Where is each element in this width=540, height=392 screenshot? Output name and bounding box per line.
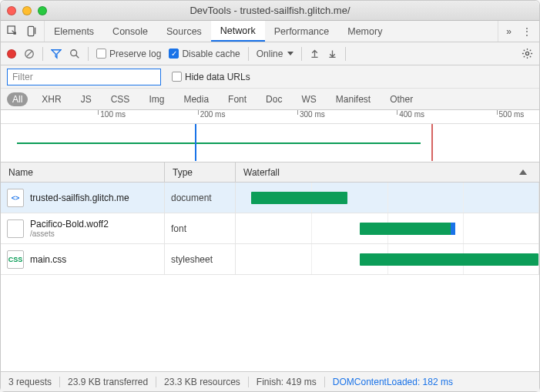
waterfall-cell xyxy=(236,183,539,213)
clear-icon[interactable] xyxy=(24,49,35,59)
request-type: stylesheet xyxy=(165,244,236,274)
window-title: DevTools - trusted-sailfish.glitch.me/ xyxy=(190,5,350,16)
separator xyxy=(345,47,346,61)
tab-network[interactable]: Network xyxy=(211,21,265,42)
table-header: Name Type Waterfall xyxy=(1,162,539,183)
document-icon: <> xyxy=(7,189,24,207)
separator xyxy=(301,47,302,61)
zoom-window-button[interactable] xyxy=(38,6,47,15)
preserve-log-checkbox[interactable]: Preserve log xyxy=(96,49,161,59)
record-button[interactable] xyxy=(7,49,16,59)
device-toggle-icon[interactable] xyxy=(26,25,38,37)
request-type: font xyxy=(165,213,236,243)
tabs-menu-button[interactable]: ⋮ xyxy=(522,26,532,37)
request-name: trusted-sailfish.glitch.me xyxy=(30,193,129,203)
status-dcl: DOMContentLoaded: 182 ms xyxy=(325,377,461,387)
devtools-tabbar: Elements Console Sources Network Perform… xyxy=(1,21,539,42)
waterfall-cell xyxy=(236,213,539,243)
filter-bar: Hide data URLs xyxy=(1,65,539,89)
chevron-down-icon xyxy=(287,52,293,55)
table-row[interactable]: Pacifico-Bold.woff2 /assets font xyxy=(1,213,539,244)
inspect-element-icon[interactable] xyxy=(7,25,18,37)
request-name: Pacifico-Bold.woff2 xyxy=(30,219,109,230)
svg-point-7 xyxy=(525,52,528,55)
status-bar: 3 requests 23.9 KB transferred 23.3 KB r… xyxy=(1,371,539,391)
separator xyxy=(88,47,89,61)
separator xyxy=(248,47,249,61)
tick: 300 ms xyxy=(300,110,325,119)
col-header-name[interactable]: Name xyxy=(1,162,165,182)
status-finish: Finish: 419 ms xyxy=(249,377,325,387)
tab-performance[interactable]: Performance xyxy=(265,21,339,42)
separator xyxy=(42,47,43,61)
waterfall-bar xyxy=(360,223,454,235)
type-manifest[interactable]: Manifest xyxy=(330,92,376,106)
type-media[interactable]: Media xyxy=(178,92,214,106)
type-css[interactable]: CSS xyxy=(106,92,136,106)
tick: 200 ms xyxy=(200,110,226,119)
waterfall-cap xyxy=(451,223,455,235)
status-transferred: 23.9 KB transferred xyxy=(60,377,156,387)
waterfall-cell xyxy=(236,244,539,274)
filter-input[interactable] xyxy=(7,69,161,85)
tab-sources[interactable]: Sources xyxy=(157,21,211,42)
waterfall-bar xyxy=(360,253,538,266)
type-doc[interactable]: Doc xyxy=(260,92,287,106)
request-path: /assets xyxy=(30,230,109,238)
svg-point-5 xyxy=(71,49,77,55)
sort-asc-icon xyxy=(519,169,527,175)
window-titlebar: DevTools - trusted-sailfish.glitch.me/ xyxy=(1,1,539,21)
search-icon[interactable] xyxy=(69,49,80,59)
tab-elements[interactable]: Elements xyxy=(45,21,103,42)
status-requests: 3 requests xyxy=(8,377,60,387)
upload-har-icon[interactable] xyxy=(310,49,320,59)
file-icon xyxy=(7,219,24,238)
download-har-icon[interactable] xyxy=(327,49,337,59)
type-all[interactable]: All xyxy=(7,92,28,106)
table-row[interactable]: CSS main.css stylesheet xyxy=(1,244,539,275)
type-ws[interactable]: WS xyxy=(296,92,321,106)
settings-gear-icon[interactable] xyxy=(522,48,533,59)
domcontentloaded-marker xyxy=(195,124,196,161)
tab-console[interactable]: Console xyxy=(103,21,157,42)
col-header-waterfall[interactable]: Waterfall xyxy=(236,162,539,182)
preserve-log-label: Preserve log xyxy=(109,49,161,59)
tick: 400 ms xyxy=(399,110,424,119)
type-other[interactable]: Other xyxy=(384,92,418,106)
minimize-window-button[interactable] xyxy=(22,6,32,15)
activity-bar xyxy=(17,142,421,144)
load-marker xyxy=(431,124,433,161)
network-toolbar: Preserve log ✓ Disable cache Online xyxy=(1,42,539,65)
overview-timeline[interactable]: 100 ms 200 ms 300 ms 400 ms 500 ms xyxy=(1,110,539,162)
tab-memory[interactable]: Memory xyxy=(338,21,391,42)
request-name: main.css xyxy=(30,254,66,265)
table-row[interactable]: <> trusted-sailfish.glitch.me document xyxy=(1,183,539,213)
type-js[interactable]: JS xyxy=(75,92,97,106)
waterfall-bar xyxy=(251,192,348,204)
tabs-overflow-button[interactable]: » xyxy=(506,26,511,37)
tick: 500 ms xyxy=(499,110,525,119)
disable-cache-checkbox[interactable]: ✓ Disable cache xyxy=(169,49,240,59)
request-table: <> trusted-sailfish.glitch.me document P… xyxy=(1,183,539,371)
close-window-button[interactable] xyxy=(7,6,16,15)
tick: 100 ms xyxy=(100,110,126,119)
request-type: document xyxy=(165,183,236,213)
svg-line-6 xyxy=(76,55,79,58)
hide-data-urls-label: Hide data URLs xyxy=(185,72,250,82)
throttling-value: Online xyxy=(257,49,283,59)
throttling-select[interactable]: Online xyxy=(257,49,294,59)
type-xhr[interactable]: XHR xyxy=(36,92,66,106)
disable-cache-label: Disable cache xyxy=(182,49,240,59)
css-file-icon: CSS xyxy=(7,250,24,269)
svg-line-4 xyxy=(27,51,32,56)
hide-data-urls-checkbox[interactable]: Hide data URLs xyxy=(172,72,250,82)
type-img[interactable]: Img xyxy=(143,92,169,106)
type-font[interactable]: Font xyxy=(223,92,252,106)
resource-type-filter: All XHR JS CSS Img Media Font Doc WS Man… xyxy=(1,89,539,110)
filter-toggle-icon[interactable] xyxy=(51,49,62,59)
status-resources: 23.3 KB resources xyxy=(156,377,249,387)
svg-rect-1 xyxy=(28,26,34,35)
col-header-type[interactable]: Type xyxy=(165,162,236,182)
